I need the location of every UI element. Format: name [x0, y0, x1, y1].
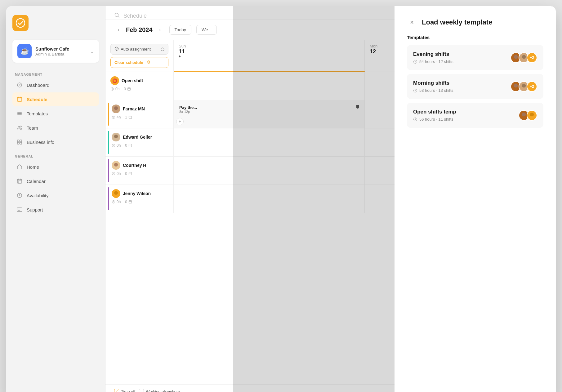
sidebar-item-schedule[interactable]: Schedule — [12, 92, 99, 106]
auto-assign-label: Auto assignment — [121, 47, 151, 51]
farnaz-avatar — [112, 105, 120, 113]
sidebar-item-calendar[interactable]: 8 Calendar — [12, 174, 99, 188]
courtney-hours: 0h — [112, 172, 121, 176]
support-label: Support — [27, 207, 43, 212]
svg-point-37 — [114, 135, 118, 138]
working-elsewhere-checkbox[interactable] — [139, 389, 144, 392]
sidebar-item-team[interactable]: Team — [12, 121, 99, 135]
svg-point-2 — [19, 85, 20, 86]
edward-hours-label: 0h — [117, 143, 121, 148]
support-icon: 24 — [16, 206, 23, 213]
add-shift-button[interactable]: + — [176, 118, 184, 125]
morning-shifts-hours: 53 hours · 13 shifts — [419, 88, 453, 93]
courtney-header: Courtney H — [112, 161, 168, 170]
schedule-page-title: Schedule — [123, 13, 147, 19]
open-shifts-temp-card[interactable]: Open shifts temp 56 hours · 11 shifts — [407, 103, 543, 128]
open-shifts-temp-info: Open shifts temp 56 hours · 11 shifts — [413, 109, 456, 122]
month-nav: ‹ Feb 2024 › — [114, 25, 164, 34]
workspace-card[interactable]: ☕ Sunflower Cafe Admin & Barista ⌄ — [12, 40, 99, 63]
svg-text:i: i — [162, 48, 163, 50]
jenny-bar — [108, 187, 109, 210]
svg-rect-15 — [20, 142, 22, 144]
availability-icon — [16, 192, 23, 199]
modal-title: Load weekly template — [422, 18, 492, 26]
clear-schedule-label: Clear schedule — [114, 60, 143, 65]
svg-point-53 — [514, 55, 518, 59]
open-shift-count-label: 0 — [124, 87, 126, 91]
svg-rect-13 — [20, 140, 22, 142]
jenny-name: Jenny Wilson — [123, 191, 151, 196]
app-logo-icon — [12, 15, 29, 31]
calendar-icon: 8 — [16, 178, 23, 185]
prev-month-button[interactable]: ‹ — [114, 25, 123, 34]
workspace-avatar: ☕ — [17, 44, 32, 58]
open-shift-hours: 0h — [110, 87, 119, 91]
week-view-button[interactable]: We... — [196, 25, 217, 35]
auto-assignment-button[interactable]: Auto assignment i — [110, 44, 168, 55]
morning-shifts-info: Morning shifts 53 hours · 13 shifts — [413, 80, 453, 93]
farnaz-hours: 4h — [112, 115, 121, 119]
svg-rect-9 — [17, 114, 22, 115]
business-info-label: Business info — [27, 140, 54, 145]
templates-list: Evening shifts 54 hours · 12 shifts — [407, 45, 543, 128]
svg-point-48 — [113, 195, 119, 198]
open-shift-header: ⭕ Open shift — [110, 76, 168, 85]
edward-header: Edward Geller — [112, 133, 168, 141]
courtney-hours-label: 0h — [117, 172, 121, 176]
evening-shifts-card[interactable]: Evening shifts 54 hours · 12 shifts — [407, 45, 543, 70]
grid-controls: Auto assignment i Clear schedule — [105, 40, 174, 72]
modal-body: Templates Evening shifts 54 hours · 12 s… — [407, 35, 543, 131]
jenny-stats: 0h 0 — [112, 200, 168, 204]
svg-rect-8 — [17, 113, 22, 114]
sidebar-item-dashboard[interactable]: Dashboard — [12, 78, 99, 92]
svg-point-11 — [20, 126, 21, 127]
svg-text:24: 24 — [18, 209, 20, 211]
time-off-legend[interactable]: ✓ Time off — [114, 389, 135, 392]
working-elsewhere-label: Working elsewhere — [146, 389, 180, 392]
sidebar-item-business-info[interactable]: Business info — [12, 135, 99, 149]
farnaz-person-cell: Farnaz MN 4h 1 — [105, 100, 174, 128]
edward-bar — [108, 131, 109, 154]
evening-shifts-hours: 54 hours · 12 shifts — [419, 59, 453, 64]
edward-name: Edward Geller — [123, 135, 152, 140]
svg-point-64 — [521, 116, 527, 120]
sidebar-item-templates[interactable]: Templates — [12, 107, 99, 120]
time-off-checkbox[interactable]: ✓ — [114, 389, 119, 392]
open-shifts-temp-meta: 56 hours · 11 shifts — [413, 117, 456, 122]
morning-shifts-card[interactable]: Morning shifts 53 hours · 13 shifts — [407, 74, 543, 99]
svg-rect-7 — [17, 112, 22, 113]
modal-close-button[interactable]: × — [407, 17, 417, 27]
svg-rect-3 — [17, 97, 22, 101]
sidebar-item-availability[interactable]: Availability — [12, 189, 99, 202]
home-label: Home — [27, 164, 39, 170]
today-button[interactable]: Today — [169, 25, 191, 35]
modal-header: × Load weekly template — [407, 17, 543, 27]
search-icon — [114, 12, 120, 20]
svg-point-58 — [514, 84, 518, 87]
svg-point-42 — [114, 163, 118, 167]
evening-shifts-name: Evening shifts — [413, 51, 453, 57]
general-section-label: GENERAL — [15, 154, 96, 158]
workspace-name: Sunflower Cafe — [35, 46, 86, 52]
courtney-stats: 0h 0 — [112, 172, 168, 176]
farnaz-shift-count-label: 1 — [125, 115, 127, 119]
sidebar-item-home[interactable]: Home — [12, 160, 99, 174]
next-month-button[interactable]: › — [156, 25, 164, 34]
sidebar-item-support[interactable]: 24 Support — [12, 203, 99, 216]
svg-rect-40 — [129, 144, 132, 147]
clear-schedule-button[interactable]: Clear schedule — [110, 57, 168, 68]
evening-shifts-info: Evening shifts 54 hours · 12 shifts — [413, 51, 453, 64]
open-shift-avatar: ⭕ — [110, 76, 119, 85]
working-elsewhere-legend[interactable]: Working elsewhere — [139, 389, 180, 392]
morning-shifts-name: Morning shifts — [413, 80, 453, 86]
month-label: Feb 2024 — [126, 26, 153, 33]
svg-point-61 — [521, 87, 527, 91]
svg-point-0 — [16, 19, 25, 27]
open-shift-count: 0 — [124, 87, 131, 91]
modal-overlay[interactable]: × Load weekly template Templates Evening… — [233, 6, 556, 392]
svg-rect-12 — [17, 140, 19, 142]
business-info-icon — [16, 139, 23, 145]
schedule-icon — [16, 96, 23, 103]
jenny-shift-count-label: 0 — [125, 200, 127, 204]
auto-assign-icon — [114, 47, 119, 52]
